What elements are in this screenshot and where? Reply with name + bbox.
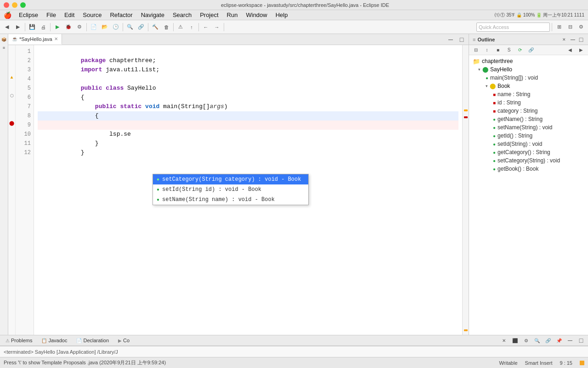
autocomplete-item-2[interactable]: ● setName(String name) : void - Book: [153, 195, 308, 205]
method-icon-getcategory: ●: [493, 150, 496, 155]
console-clear-btn[interactable]: ✕: [499, 335, 509, 345]
code-line-4: public class SayHello: [38, 75, 458, 84]
menu-navigate[interactable]: Navigate: [137, 11, 168, 19]
outline-minimize-btn[interactable]: ─: [570, 36, 576, 43]
outline-item-getcategory[interactable]: ● getCategory() : String: [469, 148, 588, 156]
menu-source[interactable]: Source: [79, 11, 105, 19]
outline-item-sayhello[interactable]: ▾ ⬤ SayHello: [469, 65, 588, 74]
outline-item-chapterthree[interactable]: 📁 chapterthree: [469, 57, 588, 65]
editor-maximize-btn[interactable]: □: [457, 34, 467, 45]
menu-file[interactable]: File: [43, 11, 60, 19]
tab-javadoc[interactable]: 📋 Javadoc: [38, 337, 71, 344]
outline-sort-btn[interactable]: ↕: [482, 45, 492, 55]
toolbar-nav-prev-btn[interactable]: ←: [201, 22, 211, 32]
outline-hide-static-btn[interactable]: S: [504, 45, 514, 55]
editor-tab-sayhello[interactable]: ☕ *SayHello.java ✕: [8, 34, 62, 45]
menu-eclipse[interactable]: Eclipse: [15, 11, 42, 19]
menu-run[interactable]: Run: [223, 11, 242, 19]
toolbar-ref-btn[interactable]: 🔗: [136, 22, 146, 32]
editor-scrollbar[interactable]: [462, 45, 469, 335]
toolbar-back-btn[interactable]: ◀: [2, 22, 12, 32]
outline-maximize-btn[interactable]: □: [578, 36, 584, 43]
console-stop-btn[interactable]: ⬛: [510, 335, 520, 345]
toolbar-run-btn[interactable]: ▶: [52, 22, 62, 32]
outline-item-book[interactable]: ▾ ⬤ Book: [469, 82, 588, 90]
sidebar-outline-icon[interactable]: ≡: [0, 44, 8, 52]
toolbar-settings-btn[interactable]: ⚙: [576, 22, 586, 32]
menu-edit[interactable]: Edit: [61, 11, 78, 19]
outline-item-getbook[interactable]: ● getBook() : Book: [469, 165, 588, 173]
console-label: Co: [123, 338, 130, 343]
code-editor[interactable]: ▲ ⬡ ⬤ 1 2 3 4 5 6: [8, 45, 469, 335]
toolbar-perspective-btn[interactable]: ⊞: [554, 22, 564, 32]
menu-help[interactable]: Help: [272, 11, 292, 19]
ac-icon-0: ●: [157, 177, 159, 182]
toolbar-debug-btn[interactable]: 🐞: [63, 22, 74, 32]
console-pin-btn[interactable]: 📌: [554, 335, 564, 345]
toolbar-search-btn[interactable]: 🔍: [125, 22, 135, 32]
gutter-line-2: [8, 54, 15, 63]
editor-pane: ☕ *SayHello.java ✕ ─ □ ▲ ⬡: [8, 34, 469, 335]
outline-collapse-btn[interactable]: ⊟: [471, 45, 481, 55]
autocomplete-dropdown[interactable]: ● setCategory(String category) : void - …: [153, 174, 309, 205]
line-num-2: 2: [16, 56, 34, 65]
toolbar-open-btn[interactable]: 📂: [100, 22, 110, 32]
outline-item-main[interactable]: ● main(String[]) : void: [469, 74, 588, 82]
sidebar-pkg-explorer-icon[interactable]: 📦: [0, 36, 8, 43]
method-icon-setname: ●: [493, 125, 496, 130]
outline-label-setcategory: setCategory(String) : void: [498, 157, 560, 164]
outline-close-btn[interactable]: ✕: [560, 36, 568, 43]
outline-item-getname[interactable]: ● getName() : String: [469, 115, 588, 123]
toolbar-next-err-btn[interactable]: ⚠: [175, 22, 186, 32]
menu-window[interactable]: Window: [242, 11, 271, 19]
outline-link-btn[interactable]: 🔗: [526, 45, 536, 55]
console-maximize-btn[interactable]: □: [576, 335, 586, 345]
tab-declaration[interactable]: 📄 Declaration: [73, 337, 113, 344]
outline-item-id[interactable]: ■ id : String: [469, 98, 588, 107]
outline-sync-btn[interactable]: ⟳: [515, 45, 525, 55]
toolbar-save-btn[interactable]: 💾: [27, 22, 37, 32]
outline-item-name[interactable]: ■ name : String: [469, 90, 588, 98]
tab-close-btn[interactable]: ✕: [54, 36, 58, 41]
outline-item-setid[interactable]: ● setId(String) : void: [469, 140, 588, 148]
outline-nav-next-btn[interactable]: ▶: [576, 45, 586, 55]
line-num-6: 6: [16, 93, 34, 102]
main-content: 📦 ≡ ☕ *SayHello.java ✕ ─ □: [0, 34, 588, 335]
editor-minimize-btn[interactable]: ─: [446, 34, 456, 45]
apple-menu-icon[interactable]: 🍎: [4, 12, 11, 19]
toolbar-print-btn[interactable]: 🖨: [38, 22, 48, 32]
toolbar-new-btn[interactable]: 📄: [89, 22, 99, 32]
quick-access-field[interactable]: Quick Access: [476, 23, 550, 32]
outline-item-setname[interactable]: ● setName(String) : void: [469, 123, 588, 132]
toolbar-run-ext-btn[interactable]: ⚙: [74, 22, 85, 32]
close-button[interactable]: [4, 2, 9, 8]
outline-nav-prev-btn[interactable]: ◀: [565, 45, 575, 55]
console-settings-btn[interactable]: ⚙: [521, 335, 531, 345]
toolbar-perspective2-btn[interactable]: ⊟: [565, 22, 575, 32]
tab-problems[interactable]: ⚠ Problems: [2, 337, 36, 344]
outline-item-getid[interactable]: ● getId() : String: [469, 132, 588, 140]
toolbar-clean-btn[interactable]: 🗑: [161, 22, 171, 32]
minimize-button[interactable]: [12, 2, 17, 8]
menu-refactor[interactable]: Refactor: [106, 11, 136, 19]
toolbar-build-btn[interactable]: 🔨: [150, 22, 160, 32]
outline-item-category[interactable]: ■ category : String: [469, 107, 588, 115]
toolbar-forward-btn[interactable]: ▶: [13, 22, 23, 32]
console-expand-btn[interactable]: 🔍: [532, 335, 542, 345]
traffic-lights[interactable]: [4, 2, 26, 8]
maximize-button[interactable]: [20, 2, 26, 8]
line-num-11: 11: [16, 139, 34, 148]
menu-project[interactable]: Project: [196, 11, 222, 19]
outline-hide-fields-btn[interactable]: ■: [493, 45, 503, 55]
toolbar-prev-err-btn[interactable]: ↑: [187, 22, 197, 32]
tab-console[interactable]: ▶ Co: [114, 337, 133, 344]
autocomplete-item-0[interactable]: ● setCategory(String category) : void - …: [153, 174, 308, 184]
console-minimize-btn[interactable]: ─: [565, 335, 575, 345]
menu-search[interactable]: Search: [169, 11, 195, 19]
autocomplete-item-1[interactable]: ● setId(String id) : void - Book: [153, 184, 308, 195]
toolbar-nav-next-btn[interactable]: →: [212, 22, 222, 32]
outline-item-setcategory[interactable]: ● setCategory(String) : void: [469, 156, 588, 165]
toolbar-history-btn[interactable]: 🕒: [111, 22, 121, 32]
console-link-btn[interactable]: 🔗: [543, 335, 553, 345]
code-content[interactable]: package chapterthree; import java.util.L…: [34, 45, 462, 335]
